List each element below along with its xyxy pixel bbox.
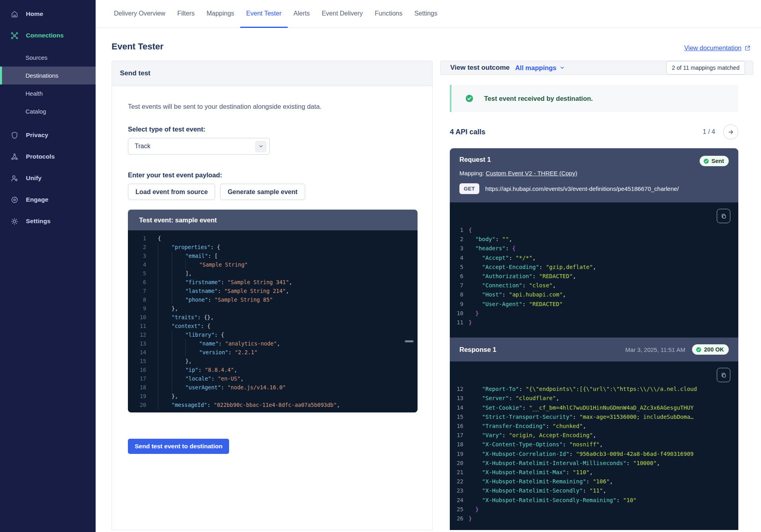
page-header: Event Tester View documentation bbox=[96, 28, 761, 52]
tab-bar: Delivery Overview Filters Mappings Event… bbox=[96, 0, 761, 28]
outcome-title: View test outcome bbox=[450, 64, 510, 72]
copy-icon bbox=[721, 372, 727, 378]
request-title: Request 1 bbox=[459, 156, 491, 163]
event-type-value: Track bbox=[135, 143, 150, 150]
main-content: Delivery Overview Filters Mappings Event… bbox=[96, 0, 761, 532]
tab-alerts[interactable]: Alerts bbox=[288, 0, 316, 28]
sidebar-item-destinations[interactable]: Destinations bbox=[0, 67, 96, 84]
engage-icon bbox=[10, 196, 19, 204]
tab-functions[interactable]: Functions bbox=[369, 0, 408, 28]
send-test-panel: Send test Test events will be sent to yo… bbox=[112, 61, 433, 530]
tab-settings[interactable]: Settings bbox=[408, 0, 443, 28]
sidebar-item-health[interactable]: Health bbox=[0, 84, 96, 102]
protocols-icon bbox=[10, 153, 19, 161]
mappings-matched-badge: 2 of 11 mappings matched bbox=[666, 61, 745, 75]
sidebar-item-settings[interactable]: Settings bbox=[0, 210, 96, 232]
sidebar-item-unify[interactable]: Unify bbox=[0, 167, 96, 189]
event-type-label: Select type of test event: bbox=[128, 126, 416, 133]
send-test-event-button[interactable]: Send test event to destination bbox=[128, 439, 229, 454]
chevron-down-icon bbox=[559, 65, 565, 71]
request-body-code: 1{2"body": "",3"headers": {4"Accept": "*… bbox=[450, 202, 738, 338]
success-message: Test event received by destination. bbox=[484, 95, 593, 102]
copy-response-button[interactable] bbox=[717, 368, 730, 382]
page-title: Event Tester bbox=[112, 41, 163, 52]
home-icon bbox=[10, 10, 19, 18]
mapping-label: Mapping: bbox=[459, 170, 484, 177]
view-documentation-link[interactable]: View documentation bbox=[684, 45, 751, 52]
sidebar-item-privacy[interactable]: Privacy bbox=[0, 124, 96, 146]
tab-event-tester[interactable]: Event Tester bbox=[240, 0, 288, 28]
request-url: https://api.hubapi.com/events/v3/event-d… bbox=[485, 185, 679, 192]
load-event-from-source-button[interactable]: Load event from source bbox=[128, 184, 215, 200]
response-header: Response 1 Mar 3, 2025, 11:51 AM 200 OK bbox=[450, 338, 738, 361]
external-link-icon bbox=[744, 45, 751, 51]
next-api-call-button[interactable] bbox=[723, 124, 738, 139]
event-type-select[interactable]: Track bbox=[128, 138, 270, 155]
editor-scrollbar[interactable] bbox=[405, 340, 414, 342]
gear-icon bbox=[10, 217, 19, 226]
payload-label: Enter your test event payload: bbox=[128, 171, 416, 179]
test-outcome-header: View test outcome All mappings 2 of 11 m… bbox=[440, 61, 753, 75]
payload-code[interactable]: 1{2"properties": {3"email": [4"Sample St… bbox=[128, 230, 418, 412]
sidebar-item-engage[interactable]: Engage bbox=[0, 189, 96, 210]
sidebar-item-sources[interactable]: Sources bbox=[0, 49, 96, 67]
sidebar-item-catalog[interactable]: Catalog bbox=[0, 102, 96, 120]
api-calls-title: 4 API calls bbox=[450, 128, 485, 136]
tab-delivery-overview[interactable]: Delivery Overview bbox=[108, 0, 171, 28]
connections-subnav: Sources Destinations Health Catalog bbox=[0, 49, 96, 120]
shield-icon bbox=[10, 131, 19, 139]
success-banner: Test event received by destination. bbox=[450, 85, 738, 112]
response-body-code: 12"Report-To": "{\"endpoints\":[{\"url\"… bbox=[450, 361, 738, 530]
payload-editor-title: Test event: sample event bbox=[128, 210, 418, 230]
chevron-down-icon bbox=[255, 141, 267, 152]
app-window: Home Connections Sources Destinations He… bbox=[0, 0, 761, 532]
unify-icon bbox=[10, 174, 19, 183]
check-circle-icon bbox=[703, 158, 709, 164]
sent-status-badge: Sent bbox=[700, 156, 729, 166]
content-columns: Send test Test events will be sent to yo… bbox=[96, 61, 761, 530]
copy-request-button[interactable] bbox=[717, 209, 730, 223]
tab-mappings[interactable]: Mappings bbox=[200, 0, 240, 28]
connections-icon bbox=[10, 31, 19, 40]
generate-sample-event-button[interactable]: Generate sample event bbox=[220, 184, 305, 200]
api-call-card: Request 1 Sent Mapping: Custom Event V2 … bbox=[450, 148, 738, 530]
send-test-header: Send test bbox=[112, 61, 432, 86]
tab-filters[interactable]: Filters bbox=[171, 0, 201, 28]
request-header: Request 1 Sent Mapping: Custom Event V2 … bbox=[450, 148, 738, 202]
check-circle-icon bbox=[465, 94, 474, 103]
copy-icon bbox=[721, 213, 727, 219]
sidebar-item-home[interactable]: Home bbox=[0, 3, 96, 25]
send-test-description: Test events will be sent to your destina… bbox=[128, 103, 416, 110]
sidebar-item-protocols[interactable]: Protocols bbox=[0, 146, 96, 167]
sidebar: Home Connections Sources Destinations He… bbox=[0, 0, 96, 532]
mapping-link[interactable]: Custom Event V2 - THREE (Copy) bbox=[486, 170, 577, 177]
arrow-right-icon bbox=[728, 129, 734, 135]
test-outcome-panel: View test outcome All mappings 2 of 11 m… bbox=[440, 61, 753, 530]
response-timestamp: Mar 3, 2025, 11:51 AM bbox=[625, 346, 685, 353]
tab-event-delivery[interactable]: Event Delivery bbox=[316, 0, 369, 28]
sidebar-item-connections[interactable]: Connections bbox=[0, 25, 96, 46]
response-title: Response 1 bbox=[459, 346, 496, 353]
http-method-badge: GET bbox=[459, 183, 479, 194]
status-200-badge: 200 OK bbox=[692, 344, 729, 355]
pager-position: 1 / 4 bbox=[703, 128, 715, 135]
api-call-pager: 1 / 4 bbox=[703, 124, 738, 139]
payload-editor: Test event: sample event 1{2"properties"… bbox=[128, 210, 418, 412]
mappings-filter-dropdown[interactable]: All mappings bbox=[515, 64, 565, 72]
check-circle-icon bbox=[696, 347, 702, 353]
